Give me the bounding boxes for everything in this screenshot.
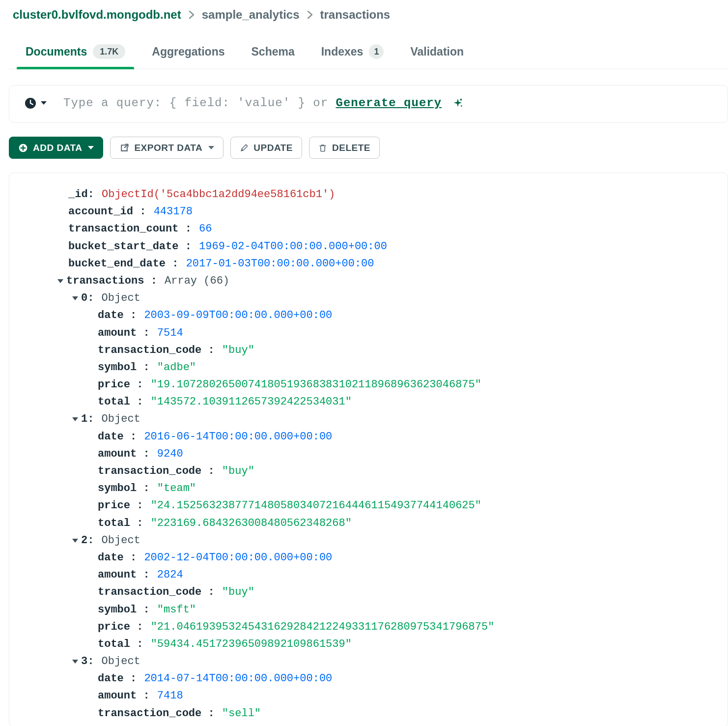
field-transaction-count[interactable]: transaction_count : 66 bbox=[30, 220, 718, 237]
field-key: symbol bbox=[98, 482, 137, 494]
tab-aggregations[interactable]: Aggregations bbox=[152, 40, 224, 68]
tabs: Documents 1.7K Aggregations Schema Index… bbox=[9, 39, 728, 69]
field-value: 2824 bbox=[157, 569, 183, 581]
field-key: transaction_code bbox=[98, 344, 201, 356]
field-key: symbol bbox=[98, 604, 137, 616]
update-button[interactable]: UPDATE bbox=[230, 137, 302, 159]
field-key: amount bbox=[98, 327, 137, 339]
toggle-icon[interactable] bbox=[57, 272, 66, 289]
field-value: Array (66) bbox=[165, 275, 229, 287]
field-transaction-code[interactable]: transaction_code : "buy" bbox=[30, 463, 718, 480]
tab-schema[interactable]: Schema bbox=[252, 40, 295, 68]
field-key: 3 bbox=[81, 655, 87, 668]
tab-indexes-count: 1 bbox=[369, 44, 384, 59]
field-key: price bbox=[98, 378, 130, 391]
breadcrumb-collection[interactable]: transactions bbox=[320, 8, 391, 22]
query-input[interactable]: Type a query: { field: 'value' } or Gene… bbox=[63, 96, 463, 110]
update-label: UPDATE bbox=[253, 143, 293, 153]
array-item-header[interactable]: 0: Object bbox=[30, 290, 718, 307]
field-amount[interactable]: amount : 9240 bbox=[30, 445, 718, 463]
field-value: Object bbox=[102, 534, 140, 547]
array-item-header[interactable]: 1: Object bbox=[30, 410, 718, 428]
chevron-down-icon bbox=[41, 101, 47, 105]
field-value: 2003-09-09T00:00:00.000+00:00 bbox=[144, 309, 332, 321]
field-amount[interactable]: amount : 2824 bbox=[30, 566, 718, 583]
field-date[interactable]: date : 2003-09-09T00:00:00.000+00:00 bbox=[30, 307, 718, 324]
field-key: transactions bbox=[66, 275, 144, 287]
toggle-icon[interactable] bbox=[72, 289, 81, 306]
field-transaction-code[interactable]: transaction_code : "buy" bbox=[30, 583, 718, 601]
field-value: 9240 bbox=[157, 448, 183, 460]
toggle-icon[interactable] bbox=[72, 410, 81, 427]
field-bucket-end[interactable]: bucket_end_date : 2017-01-03T00:00:00.00… bbox=[30, 255, 718, 272]
field-date[interactable]: date : 2016-06-14T00:00:00.000+00:00 bbox=[30, 428, 718, 445]
field-total[interactable]: total : "143572.1039112657392422534031" bbox=[30, 393, 718, 410]
delete-button[interactable]: DELETE bbox=[309, 137, 380, 159]
field-price[interactable]: price : "19.1072802650074180519368383102… bbox=[30, 376, 718, 393]
add-data-button[interactable]: ADD DATA bbox=[9, 137, 103, 159]
field-key: price bbox=[98, 499, 130, 512]
array-item-header[interactable]: 3: Object bbox=[30, 653, 718, 670]
tab-validation[interactable]: Validation bbox=[410, 40, 464, 68]
tab-validation-label: Validation bbox=[410, 45, 464, 58]
field-total[interactable]: total : "223169.6843263008480562348268" bbox=[30, 515, 718, 532]
breadcrumb-database[interactable]: sample_analytics bbox=[202, 8, 300, 22]
field-key: date bbox=[98, 672, 124, 685]
pencil-icon bbox=[240, 144, 249, 152]
field-value: 2014-07-14T00:00:00.000+00:00 bbox=[144, 672, 332, 685]
field-key: amount bbox=[98, 448, 137, 460]
field-key: amount bbox=[98, 569, 137, 581]
field-transaction-code[interactable]: transaction_code : "sell" bbox=[30, 705, 718, 722]
field-value: "59434.45172396509892109861539" bbox=[151, 638, 352, 650]
field-symbol[interactable]: symbol : "msft" bbox=[30, 601, 718, 618]
field-bucket-start[interactable]: bucket_start_date : 1969-02-04T00:00:00.… bbox=[30, 238, 718, 255]
field-price[interactable]: price : "21.0461939532454316292842122493… bbox=[30, 618, 718, 636]
field-total[interactable]: total : "59434.45172396509892109861539" bbox=[30, 636, 718, 653]
add-data-label: ADD DATA bbox=[33, 143, 82, 153]
field-id[interactable]: _id: ObjectId('5ca4bbc1a2dd94ee58161cb1'… bbox=[30, 186, 718, 203]
tab-aggregations-label: Aggregations bbox=[152, 45, 224, 58]
field-value: 1969-02-04T00:00:00.000+00:00 bbox=[199, 240, 387, 253]
field-value: 66 bbox=[199, 223, 212, 235]
field-amount[interactable]: amount : 7514 bbox=[30, 324, 718, 342]
generate-query-link[interactable]: Generate query bbox=[336, 96, 442, 110]
field-key: bucket_end_date bbox=[68, 258, 166, 270]
field-value: Object bbox=[102, 413, 140, 425]
field-value: "adbe" bbox=[157, 361, 196, 374]
query-placeholder: Type a query: { field: 'value' } or bbox=[63, 96, 336, 110]
field-symbol[interactable]: symbol : "adbe" bbox=[30, 359, 718, 376]
field-value: "24.152563238777148058034072164446115493… bbox=[151, 499, 481, 512]
breadcrumb-cluster[interactable]: cluster0.bvlfovd.mongodb.net bbox=[13, 8, 181, 22]
field-key: account_id bbox=[68, 205, 133, 218]
document-card: _id: ObjectId('5ca4bbc1a2dd94ee58161cb1'… bbox=[9, 173, 728, 726]
field-key: transaction_code bbox=[98, 465, 201, 477]
field-transaction-code[interactable]: transaction_code : "buy" bbox=[30, 342, 718, 359]
field-value: 7418 bbox=[157, 690, 183, 702]
field-key: symbol bbox=[98, 361, 137, 374]
export-data-button[interactable]: EXPORT DATA bbox=[110, 137, 224, 159]
field-key: date bbox=[98, 309, 124, 321]
field-account-id[interactable]: account_id : 443178 bbox=[30, 203, 718, 220]
field-value: Object bbox=[102, 655, 140, 668]
field-price[interactable]: price : "24.1525632387771480580340721644… bbox=[30, 497, 718, 514]
field-value: 2002-12-04T00:00:00.000+00:00 bbox=[144, 552, 332, 564]
field-key: date bbox=[98, 552, 124, 564]
field-transactions[interactable]: transactions : Array (66) bbox=[30, 272, 718, 290]
field-key: price bbox=[98, 621, 130, 633]
toggle-icon[interactable] bbox=[72, 652, 81, 669]
field-amount[interactable]: amount : 7418 bbox=[30, 687, 718, 704]
field-symbol[interactable]: symbol : "team" bbox=[30, 480, 718, 497]
field-key: total bbox=[98, 396, 130, 408]
field-key: date bbox=[98, 431, 124, 443]
field-date[interactable]: date : 2002-12-04T00:00:00.000+00:00 bbox=[30, 549, 718, 566]
field-date[interactable]: date : 2014-07-14T00:00:00.000+00:00 bbox=[30, 670, 718, 687]
field-key: transaction_count bbox=[68, 223, 178, 235]
tab-documents[interactable]: Documents 1.7K bbox=[26, 39, 125, 69]
chevron-down-icon bbox=[88, 146, 94, 149]
tab-indexes[interactable]: Indexes 1 bbox=[321, 39, 384, 69]
array-item-header[interactable]: 2: Object bbox=[30, 532, 718, 549]
field-key: total bbox=[98, 517, 130, 529]
query-history-button[interactable] bbox=[24, 97, 47, 110]
field-value: "21.046193953245431629284212249331176280… bbox=[151, 621, 495, 633]
toggle-icon[interactable] bbox=[72, 531, 81, 549]
